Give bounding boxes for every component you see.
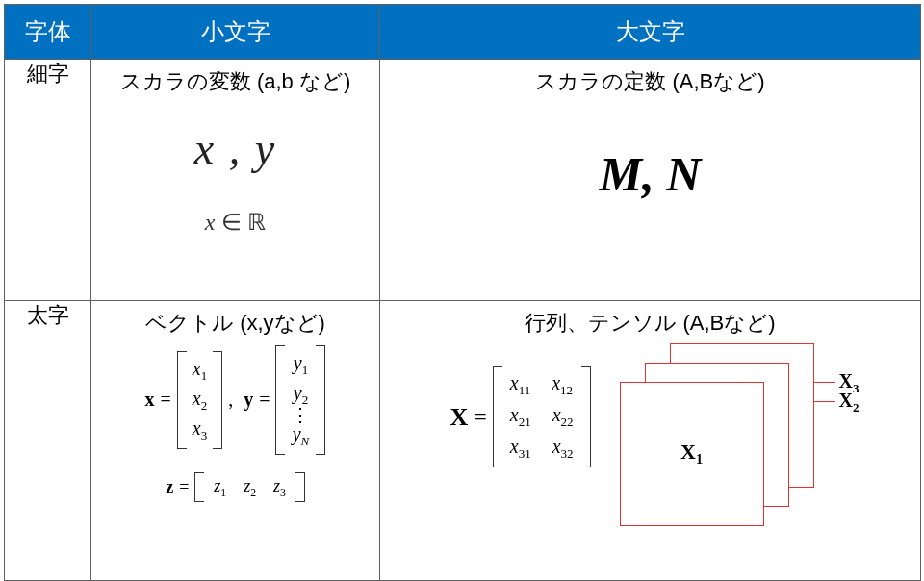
- vector-z-label: z: [166, 477, 173, 497]
- matrix-entry: x11: [510, 372, 530, 398]
- vector-y-bracket: y1 y2 ⋮ yN: [275, 345, 325, 455]
- notation-table-stage: 字体 小文字 大文字 細字 スカラの変数 (a,b など) x , y x ∈ …: [0, 0, 924, 581]
- bracket-close-icon: [581, 366, 591, 467]
- vector-x-entry: x3: [192, 415, 207, 444]
- vertical-dots-icon: ⋮: [291, 409, 310, 420]
- matrix-entry: x22: [552, 404, 574, 430]
- vector-x-entry: x2: [192, 385, 207, 415]
- header-row: 字体 小文字 大文字: [5, 5, 921, 60]
- element-of-symbol: ∈: [221, 210, 247, 235]
- scalar-var-example: x , y: [91, 123, 379, 174]
- bracket-close-icon: [316, 345, 325, 455]
- vector-eq-line-1: x = x1 x2 x3 , y = y1: [91, 345, 379, 455]
- matrix-tensor-row: X = x11 x12 x21 x22: [380, 343, 920, 526]
- equals-sign-1: =: [161, 389, 171, 411]
- scalar-var-x: x: [205, 210, 216, 235]
- header-col-typeface: 字体: [5, 5, 91, 60]
- matrix-entry: x21: [510, 404, 531, 430]
- matrix-row: x21 x22: [510, 404, 574, 430]
- vector-y-label: y: [244, 389, 253, 411]
- vector-z-entry: z3: [273, 476, 286, 499]
- row-light-label: 細字: [27, 62, 69, 86]
- tensor-mid-label: X2: [839, 390, 860, 416]
- vector-x-bracket: x1 x2 x3: [177, 351, 222, 449]
- matrix-eq: X = x11 x12 x21 x22: [449, 366, 590, 467]
- scalar-const-example: M, N: [380, 146, 920, 202]
- header-col-lowercase: 小文字: [91, 5, 380, 60]
- matrix-entry: x32: [552, 436, 574, 462]
- cell-light-lower: スカラの変数 (a,b など) x , y x ∈ ℝ: [91, 60, 380, 301]
- bracket-open-icon: [275, 345, 285, 455]
- tensor-tick-icon: [814, 401, 835, 402]
- cell-bold-lower-title: ベクトル (x,yなど): [91, 309, 379, 338]
- equals-sign-2: =: [259, 389, 270, 411]
- cell-bold-upper: 行列、テンソル (A,Bなど) X = x11 x12: [380, 301, 921, 581]
- matrix-entry: x12: [552, 372, 573, 398]
- cell-light-lower-title: スカラの変数 (a,b など): [91, 67, 379, 96]
- real-numbers-symbol: ℝ: [247, 210, 266, 235]
- matrix-bracket: x11 x12 x21 x22 x31 x32: [493, 366, 591, 467]
- row-bold: 太字 ベクトル (x,yなど) x = x1 x2 x3 , y: [5, 301, 921, 581]
- bracket-close-icon: [213, 351, 222, 449]
- tensor-slice-1: X1: [620, 382, 764, 526]
- vector-z-bracket: z1 z2 z3: [194, 472, 305, 503]
- tensor-front-label: X1: [680, 440, 703, 467]
- vector-x-entries: x1 x2 x3: [187, 351, 213, 449]
- cell-bold-upper-title: 行列、テンソル (A,Bなど): [380, 309, 920, 338]
- header-col-uppercase-label: 大文字: [616, 18, 685, 44]
- matrix-row: x31 x32: [510, 436, 574, 462]
- cell-bold-lower: ベクトル (x,yなど) x = x1 x2 x3 , y =: [91, 301, 380, 581]
- tensor-diagram: X1 X3 X2: [620, 343, 851, 526]
- bracket-open-icon: [194, 472, 204, 503]
- vector-eq-line-2: z = z1 z2 z3: [91, 472, 379, 503]
- vector-z-entry: z2: [244, 476, 256, 499]
- matrix-X-label: X: [449, 403, 468, 432]
- vector-y-entry: y1: [291, 349, 310, 379]
- bracket-open-icon: [177, 351, 187, 449]
- vector-x-label: x: [145, 389, 155, 411]
- bracket-close-icon: [295, 472, 305, 503]
- row-bold-label-cell: 太字: [5, 301, 91, 581]
- vector-z-entry: z1: [214, 476, 226, 499]
- equals-sign-3: =: [179, 477, 189, 497]
- header-col-typeface-label: 字体: [25, 18, 71, 44]
- header-col-lowercase-label: 小文字: [201, 18, 270, 44]
- row-light-label-cell: 細字: [5, 60, 91, 301]
- row-light: 細字 スカラの変数 (a,b など) x , y x ∈ ℝ スカラの定数 (A…: [5, 60, 921, 301]
- bracket-open-icon: [493, 366, 502, 467]
- comma-y: ,: [228, 389, 238, 411]
- vector-z-entries: z1 z2 z3: [204, 472, 295, 503]
- equals-sign-4: =: [474, 404, 487, 430]
- matrix-entry: x31: [510, 436, 531, 462]
- row-bold-label: 太字: [27, 303, 69, 327]
- notation-table: 字体 小文字 大文字 細字 スカラの変数 (a,b など) x , y x ∈ …: [4, 4, 921, 581]
- vector-x-entry: x1: [192, 355, 207, 385]
- header-col-uppercase: 大文字: [380, 5, 921, 60]
- matrix-entries: x11 x12 x21 x22 x31 x32: [502, 366, 581, 467]
- tensor-tick-icon: [814, 382, 835, 383]
- vector-y-entries: y1 y2 ⋮ yN: [285, 345, 316, 455]
- cell-light-upper: スカラの定数 (A,Bなど) M, N: [380, 60, 921, 301]
- cell-light-upper-title: スカラの定数 (A,Bなど): [380, 67, 920, 96]
- scalar-var-domain: x ∈ ℝ: [91, 209, 379, 236]
- matrix-row: x11 x12: [510, 372, 574, 398]
- vector-y-entry: yN: [291, 420, 310, 450]
